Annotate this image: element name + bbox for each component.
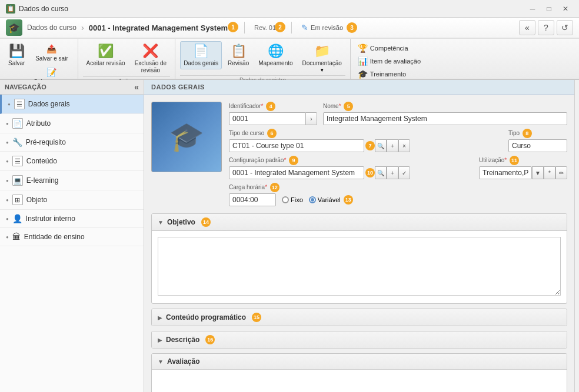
- required-star: *: [504, 157, 507, 163]
- config-search-btn[interactable]: 🔍: [375, 166, 387, 179]
- tipo-input[interactable]: [508, 139, 567, 152]
- field-row-2: Tipo de curso 6 7 🔍 + ×: [229, 129, 567, 152]
- save-label: Salvar: [8, 60, 25, 67]
- sesuite-items: 🏆 Competência 📊 Item de avaliação 🎓 Trei…: [355, 42, 423, 80]
- field-nome: Nome* 5: [323, 102, 567, 125]
- identificador-label: Identificador* 4: [229, 102, 317, 111]
- identificador-input-group: ›: [229, 112, 317, 125]
- ribbon-section-registro: 💾 Salvar 📤 Salvar e sair 📝 Salvar e novo…: [0, 39, 78, 79]
- field-utilizacao: Utilização* 11 ▼ * ✏: [479, 156, 567, 179]
- utilizacao-star-btn[interactable]: *: [544, 166, 555, 179]
- sidebar-item-prerequisito[interactable]: ● 🔧 Pré-requisito: [0, 133, 144, 152]
- refresh-button[interactable]: ↺: [557, 20, 573, 35]
- sidebar-collapse-button[interactable]: «: [134, 82, 139, 92]
- utilizacao-input[interactable]: [479, 166, 532, 179]
- save-icon: 💾: [9, 43, 25, 59]
- breadcrumb-current: 0001 - Integrated Management System: [89, 24, 228, 32]
- sidebar-item-entidade[interactable]: ● 🏛 Entidade de ensino: [0, 228, 144, 246]
- avaliacao-title: Avaliação: [167, 357, 200, 366]
- utilizacao-label: Utilização* 11: [479, 156, 567, 165]
- badge-6: 6: [267, 129, 277, 138]
- save-and-exit-button[interactable]: 📤 Salvar e sair: [31, 42, 72, 63]
- badge-13: 13: [344, 195, 353, 205]
- objetivo-textarea[interactable]: [158, 237, 561, 296]
- minimize-button[interactable]: ─: [525, 3, 540, 15]
- config-add-btn[interactable]: +: [387, 166, 398, 179]
- competencia-item[interactable]: 🏆 Competência: [355, 42, 423, 54]
- tipo-curso-clear-btn[interactable]: ×: [398, 139, 410, 152]
- section-avaliacao-header[interactable]: ▼ Avaliação: [152, 354, 567, 370]
- avaliacao-icon: 📊: [358, 56, 368, 66]
- sidebar-item-conteudo[interactable]: ● ☰ Conteúdo: [0, 152, 144, 171]
- treinamento-icon: 🎓: [358, 69, 368, 79]
- close-button[interactable]: ✕: [558, 3, 573, 15]
- header-bar: 🎓 Dados do curso › 0001 - Integrated Man…: [0, 18, 579, 39]
- instrutor-nav-icon: 👤: [12, 214, 22, 223]
- content-area: DADOS GERAIS 🎓 Identificador*: [144, 80, 574, 392]
- documentacao-button[interactable]: 📁 Documentação ▼: [299, 41, 345, 75]
- nome-input[interactable]: [323, 112, 567, 125]
- tipo-curso-search-btn[interactable]: 🔍: [375, 139, 387, 152]
- config-clear-btn[interactable]: ✓: [398, 166, 410, 179]
- sidebar-item-instrutor[interactable]: ● 👤 Instrutor interno: [0, 210, 144, 228]
- radio-fixo[interactable]: Fixo: [282, 196, 303, 203]
- field-row-3: Configuração padrão* 9 10 🔍 + ✓: [229, 156, 567, 179]
- tipo-curso-input[interactable]: [229, 139, 364, 152]
- help-button[interactable]: ?: [538, 20, 554, 35]
- collapse-all-button[interactable]: «: [519, 20, 535, 35]
- save-exit-icon: 📤: [46, 44, 56, 53]
- config-padrao-input[interactable]: [229, 166, 364, 179]
- conteudo-nav-icon: ☰: [12, 156, 23, 166]
- sidebar-item-atributo[interactable]: ● 📄 Atributo: [0, 114, 144, 133]
- identificador-input[interactable]: [229, 112, 305, 125]
- header-divider-2: [291, 22, 292, 33]
- badge-12: 12: [270, 183, 279, 192]
- aceitar-revisao-button[interactable]: ✅ Aceitar revisão: [83, 41, 129, 69]
- bullet-icon: ●: [6, 197, 9, 203]
- competencia-icon: 🏆: [358, 43, 368, 53]
- right-scrollbar[interactable]: [574, 80, 579, 392]
- mapeamento-button[interactable]: 🌐 Mapeamento: [255, 41, 296, 69]
- radio-fixo-circle: [282, 196, 289, 203]
- section-avaliacao-body: [152, 370, 567, 392]
- maximize-button[interactable]: □: [541, 3, 557, 15]
- badge-16: 16: [205, 335, 215, 344]
- objeto-nav-icon: ⊞: [12, 195, 23, 205]
- sidebar-item-objeto[interactable]: ● ⊞ Objeto: [0, 190, 144, 210]
- revisao-button[interactable]: 📋 Revisão: [224, 41, 252, 69]
- breadcrumb-root[interactable]: Dados do curso: [27, 24, 76, 32]
- section-conteudo-header[interactable]: ▶ Conteúdo programático 15: [152, 309, 567, 326]
- section-objetivo-header[interactable]: ▼ Objetivo 14: [152, 214, 567, 231]
- field-tipo: Tipo 8: [508, 129, 567, 152]
- treinamento-item[interactable]: 🎓 Treinamento: [355, 68, 423, 80]
- item-avaliacao-item[interactable]: 📊 Item de avaliação: [355, 55, 423, 67]
- utilizacao-dropdown-btn[interactable]: ▼: [532, 166, 544, 179]
- radio-variavel-circle: [309, 196, 316, 203]
- carga-horaria-input[interactable]: [229, 193, 276, 206]
- prerequisito-nav-label: Pré-requisito: [26, 138, 66, 146]
- aceitar-icon: ✅: [98, 43, 114, 59]
- radio-variavel-label: Variável: [318, 196, 341, 203]
- badge-8: 8: [523, 129, 532, 138]
- badge-3: 3: [347, 22, 357, 33]
- radio-variavel[interactable]: Variável 13: [309, 195, 353, 205]
- sidebar-item-elearning[interactable]: ● 💻 E-learning: [0, 171, 144, 190]
- dados-gerais-label: Dados gerais: [184, 60, 218, 67]
- section-avaliacao: ▼ Avaliação: [151, 353, 567, 392]
- dados-gerais-button[interactable]: 📄 Dados gerais: [180, 41, 222, 69]
- breadcrumb-separator: ›: [81, 23, 84, 32]
- carga-group: Fixo Variável 13: [229, 193, 353, 206]
- identificador-arrow-btn[interactable]: ›: [305, 112, 317, 125]
- competencia-label: Competência: [370, 45, 408, 52]
- sidebar-item-dados-gerais[interactable]: ● ☰ Dados gerais: [0, 95, 144, 114]
- tipo-curso-add-btn[interactable]: +: [387, 139, 398, 152]
- bullet-icon: ●: [8, 102, 11, 107]
- descricao-arrow-icon: ▶: [158, 337, 162, 343]
- section-objetivo-body: [152, 231, 567, 303]
- save-button[interactable]: 💾 Salvar: [5, 41, 28, 69]
- exclusao-revisao-button[interactable]: ❌ Exclusão derevisão: [131, 41, 170, 76]
- ribbon: 💾 Salvar 📤 Salvar e sair 📝 Salvar e novo…: [0, 39, 579, 80]
- utilizacao-edit-btn[interactable]: ✏: [555, 166, 567, 179]
- section-descricao-header[interactable]: ▶ Descrição 16: [152, 331, 567, 348]
- field-row-1: Identificador* 4 › Nome*: [229, 102, 567, 125]
